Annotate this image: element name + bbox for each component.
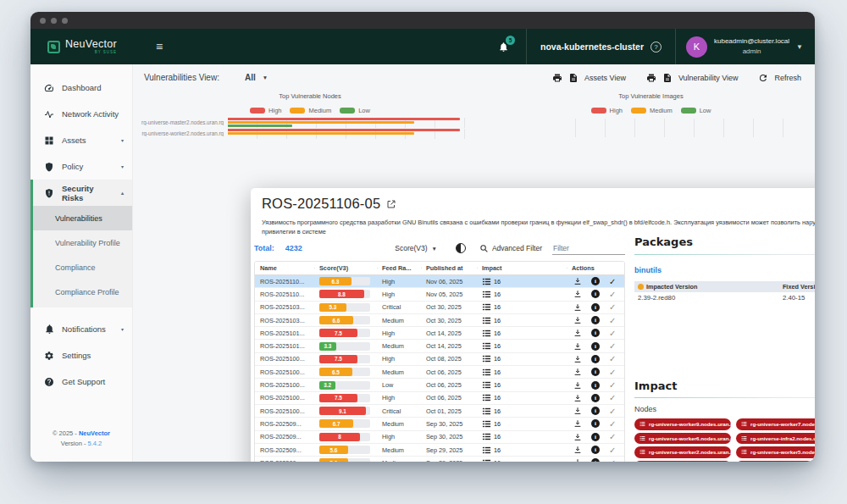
accept-check-icon[interactable]: ✓ <box>609 446 616 455</box>
accept-check-icon[interactable]: ✓ <box>609 368 616 377</box>
accept-check-icon[interactable]: ✓ <box>609 407 616 416</box>
accept-check-icon[interactable]: ✓ <box>609 393 616 402</box>
column-header[interactable]: Actions <box>567 264 625 272</box>
table-row[interactable]: ROS-2025110...6.3HighNov 06, 202516i✓ <box>255 275 624 288</box>
sidebar-item-notifications[interactable]: Notifications▾ <box>30 316 132 342</box>
download-icon[interactable] <box>573 407 582 415</box>
column-header[interactable]: Impact <box>477 264 567 272</box>
download-icon[interactable] <box>573 419 582 428</box>
info-icon[interactable]: i <box>591 419 600 428</box>
vulnerability-name[interactable]: ROS-2025101... <box>255 330 314 337</box>
notifications-bell-button[interactable]: 5 <box>481 42 526 53</box>
info-icon[interactable]: i <box>591 303 600 312</box>
download-icon[interactable] <box>573 446 582 454</box>
package-name-link[interactable]: binutils <box>634 266 815 274</box>
impacted-node-badge[interactable]: rg-universe-infra2.nodes.uran.rg <box>736 433 815 445</box>
info-icon[interactable]: i <box>591 394 600 402</box>
vulnerability-name[interactable]: ROS-2025103... <box>255 303 314 311</box>
info-icon[interactable]: i <box>591 381 600 390</box>
vulnerability-name[interactable]: ROS-2025100... <box>255 394 314 402</box>
download-icon[interactable] <box>573 433 582 441</box>
assets-view-button[interactable]: Assets View <box>584 74 626 82</box>
vulnerability-name[interactable]: ROS-2025101... <box>255 342 314 350</box>
table-row[interactable]: ROS-2025100...3.2LowOct 06, 202516i✓ <box>255 379 624 391</box>
accept-check-icon[interactable]: ✓ <box>609 341 616 351</box>
accept-check-icon[interactable]: ✓ <box>609 419 616 429</box>
accept-check-icon[interactable]: ✓ <box>609 380 616 390</box>
info-icon[interactable]: i <box>591 342 600 351</box>
download-icon[interactable] <box>573 381 582 390</box>
impacted-node-badge[interactable]: rg-universe-infra3.nodes.uran.rg <box>736 461 815 462</box>
impacted-node-badge[interactable]: rg-universe-worker2.nodes.uran.rg <box>634 446 731 458</box>
vulnerability-view-button[interactable]: Vulnerability View <box>678 74 739 82</box>
external-link-icon[interactable] <box>386 199 396 209</box>
version-number[interactable]: 5.4.2 <box>88 440 102 447</box>
info-icon[interactable]: i <box>591 277 600 285</box>
download-icon[interactable] <box>573 329 582 337</box>
table-row[interactable]: ROS-2025100...7.5HighOct 08, 202516i✓ <box>255 353 624 366</box>
vulnerability-name[interactable]: ROS-2025100... <box>255 381 314 389</box>
download-icon[interactable] <box>573 355 582 363</box>
info-icon[interactable]: i <box>591 433 600 441</box>
column-header[interactable]: Feed Ra... <box>377 264 421 272</box>
accept-check-icon[interactable]: ✓ <box>609 329 616 338</box>
sidebar-item-security-risks[interactable]: Security Risks▴ <box>33 180 132 206</box>
sidebar-item-assets[interactable]: Assets▾ <box>30 127 132 153</box>
column-header[interactable]: Score(V3) <box>314 264 377 272</box>
vulnerability-name[interactable]: ROS-202509... <box>255 459 314 462</box>
info-icon[interactable]: i <box>591 355 600 363</box>
refresh-icon[interactable] <box>758 73 768 83</box>
table-row[interactable]: ROS-202509...5.6MediumSep 29, 202516i✓ <box>255 457 624 462</box>
info-icon[interactable]: i <box>591 368 600 376</box>
table-row[interactable]: ROS-2025101...3.3MediumOct 14, 202516i✓ <box>255 340 624 352</box>
window-control-dot[interactable] <box>62 18 68 24</box>
vulnerability-name[interactable]: ROS-2025100... <box>255 368 314 376</box>
table-row[interactable]: ROS-2025103...6.6MediumOct 30, 202516i✓ <box>255 314 624 327</box>
vulnerability-name[interactable]: ROS-2025110... <box>255 291 314 298</box>
download-icon[interactable] <box>573 342 582 351</box>
table-row[interactable]: ROS-2025100...7.5HighOct 06, 202516i✓ <box>255 392 624 405</box>
impacted-node-badge[interactable]: rg-universe-worker5.nodes.uran.rg <box>736 446 815 458</box>
menu-toggle-icon[interactable]: ≡ <box>156 40 163 53</box>
download-icon[interactable] <box>573 368 582 376</box>
accept-check-icon[interactable]: ✓ <box>609 277 616 286</box>
avatar[interactable]: K <box>686 36 707 58</box>
info-icon[interactable]: i <box>591 290 600 298</box>
view-filter-value[interactable]: All <box>245 73 256 82</box>
impacted-node-badge[interactable]: rg-universe-master2.nodes.uran.rg <box>634 461 731 462</box>
accept-check-icon[interactable]: ✓ <box>609 316 616 325</box>
advanced-filter-button[interactable]: Advanced Filter <box>479 244 542 253</box>
window-control-dot[interactable] <box>51 18 57 24</box>
sidebar-item-policy[interactable]: Policy▾ <box>30 153 132 180</box>
vulnerability-name[interactable]: ROS-202509... <box>255 446 314 454</box>
refresh-button[interactable]: Refresh <box>774 74 801 82</box>
table-row[interactable]: ROS-2025103...5.3CriticalOct 30, 202516i… <box>255 302 624 314</box>
impacted-node-badge[interactable]: rg-universe-worker7.nodes.uran.rg <box>736 418 815 430</box>
download-icon[interactable] <box>573 303 582 312</box>
user-menu[interactable]: K kubeadmin@cluster.local admin ▼ <box>676 36 815 58</box>
impacted-node-badge[interactable]: rg-universe-worker9.nodes.uran.rg <box>634 418 731 430</box>
download-icon[interactable] <box>573 394 582 402</box>
download-icon[interactable] <box>573 458 582 462</box>
accept-check-icon[interactable]: ✓ <box>609 302 616 312</box>
column-header[interactable]: Name <box>255 264 314 272</box>
vulnerability-name[interactable]: ROS-2025100... <box>255 407 314 415</box>
info-icon[interactable]: i <box>591 407 600 415</box>
sidebar-item-settings[interactable]: Settings <box>30 342 132 368</box>
table-row[interactable]: ROS-2025100...6.5MediumOct 06, 202516i✓ <box>255 366 624 379</box>
table-row[interactable]: ROS-202509...5.6MediumSep 29, 202516i✓ <box>255 444 624 457</box>
window-control-dot[interactable] <box>40 18 46 24</box>
sidebar-subitem-vulnerabilities[interactable]: Vulnerabilities <box>33 206 132 230</box>
info-icon[interactable]: i <box>591 329 600 337</box>
table-row[interactable]: ROS-2025100...9.1CriticalOct 01, 202516i… <box>255 405 624 418</box>
table-row[interactable]: ROS-2025110...8.8HighNov 05, 202516i✓ <box>255 288 624 301</box>
accept-check-icon[interactable]: ✓ <box>609 432 616 441</box>
sort-select[interactable]: Score(V3)▼ <box>395 244 437 252</box>
accept-check-icon[interactable]: ✓ <box>609 290 616 299</box>
csv-export-icon[interactable] <box>568 73 579 83</box>
help-icon[interactable]: ? <box>650 42 662 53</box>
download-icon[interactable] <box>573 290 582 298</box>
download-icon[interactable] <box>573 277 582 285</box>
table-row[interactable]: ROS-202509...6.7MediumSep 30, 202516i✓ <box>255 418 624 430</box>
filter-input[interactable] <box>552 242 625 255</box>
